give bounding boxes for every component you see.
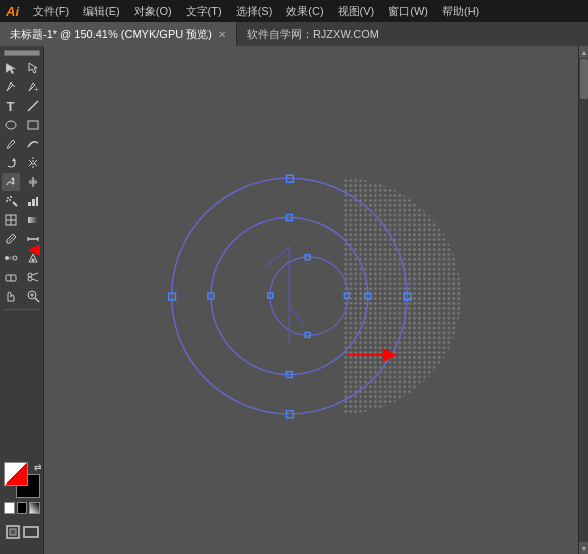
- tab-bar: 未标题-1* @ 150.41% (CMYK/GPU 预览) ✕ 软件自学网：R…: [0, 22, 588, 46]
- title-bar: Ai 文件(F) 编辑(E) 对象(O) 文字(T) 选择(S) 效果(C) 视…: [0, 0, 588, 22]
- scroll-thumb[interactable]: [580, 59, 588, 99]
- gradient-tool[interactable]: [24, 211, 42, 229]
- tool-indicator-arrow: [28, 244, 40, 256]
- tab-close-button[interactable]: ✕: [218, 29, 226, 40]
- color-none-row: [4, 502, 40, 514]
- svg-line-20: [9, 235, 15, 241]
- zoom-tool[interactable]: [24, 287, 42, 305]
- menu-view[interactable]: 视图(V): [332, 2, 381, 21]
- tool-row-shapes: [2, 116, 42, 134]
- tab-website[interactable]: 软件自学网：RJZXW.COM: [237, 22, 389, 46]
- tool-row-spray: [2, 192, 42, 210]
- tool-row-eraser: [2, 268, 42, 286]
- svg-line-2: [28, 101, 38, 111]
- tab-document[interactable]: 未标题-1* @ 150.41% (CMYK/GPU 预览) ✕: [0, 22, 237, 46]
- scroll-up-arrow[interactable]: ▲: [579, 46, 588, 58]
- ruler-indicator: [4, 50, 40, 56]
- warp-tool[interactable]: [2, 173, 20, 191]
- svg-point-7: [11, 178, 14, 181]
- menu-edit[interactable]: 编辑(E): [77, 2, 126, 21]
- graph-tool[interactable]: [24, 192, 42, 210]
- svg-rect-39: [24, 527, 38, 537]
- svg-rect-14: [32, 199, 35, 206]
- scroll-down-arrow[interactable]: ▼: [579, 542, 588, 554]
- main-area: + T: [0, 46, 588, 554]
- pen-add-tool[interactable]: +: [24, 78, 42, 96]
- tool-row-pencil: [2, 135, 42, 153]
- svg-point-3: [6, 121, 16, 129]
- svg-rect-38: [10, 529, 16, 535]
- menu-type[interactable]: 文字(T): [180, 2, 228, 21]
- svg-point-11: [6, 200, 8, 202]
- tool-row-mesh: [2, 211, 42, 229]
- menu-effect[interactable]: 效果(C): [280, 2, 329, 21]
- svg-point-30: [28, 277, 32, 281]
- tool-row-hand: [2, 287, 42, 305]
- svg-point-25: [13, 256, 17, 260]
- foreground-color-swatch[interactable]: [4, 462, 28, 486]
- menu-select[interactable]: 选择(S): [230, 2, 279, 21]
- tool-row-warp: [2, 173, 42, 191]
- artboard-tool[interactable]: [4, 523, 22, 541]
- svg-marker-5: [12, 158, 16, 161]
- bottom-tools: [4, 523, 40, 544]
- tool-row-transform: [2, 154, 42, 172]
- svg-line-34: [35, 298, 39, 302]
- width-tool[interactable]: [24, 173, 42, 191]
- tool-row-type: T: [2, 97, 42, 115]
- pencil-tool[interactable]: [2, 135, 20, 153]
- svg-point-24: [5, 256, 9, 260]
- menu-window[interactable]: 窗口(W): [382, 2, 434, 21]
- gradient-color-swatch[interactable]: [29, 502, 40, 514]
- eyedropper-tool[interactable]: [2, 230, 20, 248]
- menu-object[interactable]: 对象(O): [128, 2, 178, 21]
- svg-rect-4: [28, 121, 38, 129]
- screen-mode-tool[interactable]: [22, 523, 40, 541]
- scissors-tool[interactable]: [24, 268, 42, 286]
- pen-tool[interactable]: [2, 78, 20, 96]
- rectangle-tool[interactable]: [24, 116, 42, 134]
- svg-rect-19: [28, 217, 38, 223]
- ellipse-tool[interactable]: [2, 116, 20, 134]
- reflect-tool[interactable]: [24, 154, 42, 172]
- selection-tool[interactable]: [2, 59, 20, 77]
- scrollbar-right[interactable]: ▲ ▼: [578, 46, 588, 554]
- tool-row-selection: [2, 59, 42, 77]
- color-swatch-container[interactable]: ⇄: [4, 462, 40, 498]
- scroll-track: [579, 58, 588, 542]
- swap-colors-icon[interactable]: ⇄: [34, 462, 42, 472]
- menu-bar: 文件(F) 编辑(E) 对象(O) 文字(T) 选择(S) 效果(C) 视图(V…: [27, 2, 485, 21]
- toolbar: + T: [0, 46, 44, 554]
- app-logo: Ai: [6, 4, 19, 19]
- svg-point-29: [28, 273, 32, 277]
- svg-point-12: [9, 199, 11, 201]
- menu-file[interactable]: 文件(F): [27, 2, 75, 21]
- smooth-tool[interactable]: [24, 135, 42, 153]
- svg-text:+: +: [34, 85, 39, 94]
- eraser-tool[interactable]: [2, 268, 20, 286]
- color-section: ⇄: [4, 462, 40, 514]
- menu-help[interactable]: 帮助(H): [436, 2, 485, 21]
- mesh-tool[interactable]: [2, 211, 20, 229]
- black-color-swatch[interactable]: [17, 502, 28, 514]
- svg-point-43: [270, 257, 349, 336]
- canvas-svg: [44, 46, 578, 554]
- tool-separator-1: [4, 309, 40, 310]
- type-tool[interactable]: T: [2, 97, 20, 115]
- svg-line-31: [32, 273, 38, 275]
- hand-tool[interactable]: [2, 287, 20, 305]
- canvas-area[interactable]: [44, 46, 578, 554]
- svg-rect-13: [28, 202, 31, 206]
- svg-line-32: [32, 279, 38, 281]
- svg-point-0: [10, 82, 12, 84]
- symbol-spray-tool[interactable]: [2, 192, 20, 210]
- line-tool[interactable]: [24, 97, 42, 115]
- none-color-swatch[interactable]: [4, 502, 15, 514]
- svg-point-26: [31, 259, 34, 262]
- tool-row-2: +: [2, 78, 42, 96]
- blend-tool[interactable]: [2, 249, 20, 267]
- rotate-tool[interactable]: [2, 154, 20, 172]
- svg-point-10: [10, 196, 12, 198]
- direct-select-tool[interactable]: [24, 59, 42, 77]
- svg-rect-15: [36, 197, 38, 206]
